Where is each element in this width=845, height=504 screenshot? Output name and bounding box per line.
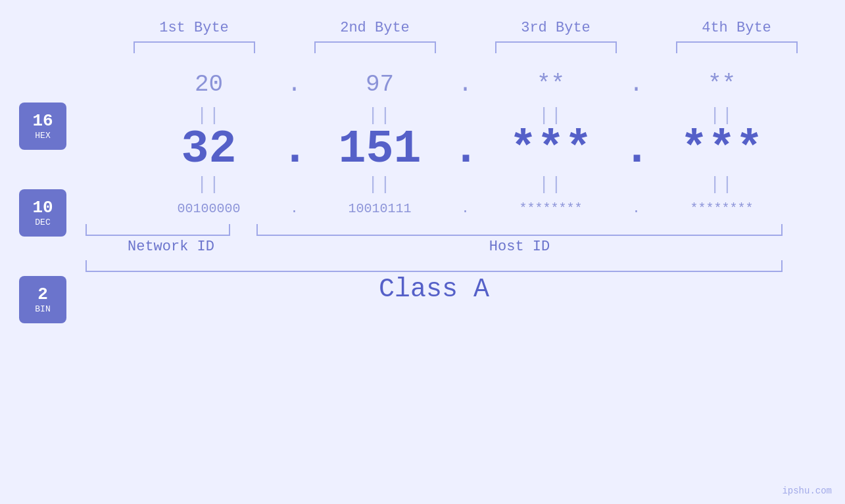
hex-b1: 20 [137,65,281,104]
bin-dot-2: . [452,196,479,221]
byte-header-4: 4th Byte [664,20,809,36]
class-bracket-row [85,260,783,272]
eq2-4: || [650,174,794,195]
byte-header-3: 3rd Byte [483,20,628,36]
dec-dot-2: . [452,127,479,173]
bottom-bracket-row [85,224,783,236]
top-bracket-3 [495,41,617,53]
class-label: Class A [85,275,783,304]
bin-dot-1: . [281,196,308,221]
class-bracket [85,260,783,272]
badge-dec-label: DEC [35,218,50,227]
host-id-bracket [256,224,783,236]
byte-header-2: 2nd Byte [302,20,447,36]
eq-4: || [650,105,794,126]
byte-header-1: 1st Byte [122,20,266,36]
bin-b4: ******** [650,196,794,221]
dec-data-row: 32 . 151 . *** . *** [85,127,845,173]
bin-b2: 10010111 [308,196,452,221]
hex-b4: ** [650,65,794,104]
top-bracket-row [104,41,827,53]
bin-b3: ******** [479,196,623,221]
bin-b1: 00100000 [137,196,281,221]
badge-dec: 10 DEC [19,189,66,237]
dec-dot-1: . [281,127,308,173]
eq2-2: || [308,174,452,195]
bin-dot-3: . [623,196,650,221]
equals-row-2: || || || || [85,174,845,195]
badge-bin-label: BIN [35,304,50,314]
id-labels-row: Network ID Host ID [85,239,783,255]
main-container: 1st Byte 2nd Byte 3rd Byte 4th Byte 16 H… [0,0,845,504]
badge-hex: 16 HEX [19,103,66,150]
equals-row-1: || || || || [85,105,845,126]
data-grid: 20 . 97 . ** . ** || || || || 32 [85,53,845,504]
content-area: 16 HEX 10 DEC 2 BIN 20 . 97 [0,53,845,504]
eq-2: || [308,105,452,126]
badge-dec-number: 10 [32,198,53,218]
badges-column: 16 HEX 10 DEC 2 BIN [0,53,85,504]
bin-data-row: 00100000 . 10010111 . ******** . *******… [85,196,845,221]
badge-bin-number: 2 [37,285,48,304]
byte-headers-row: 1st Byte 2nd Byte 3rd Byte 4th Byte [104,0,827,36]
dec-b4: *** [650,127,794,173]
watermark: ipshu.com [782,486,832,496]
eq2-1: || [137,174,281,195]
hex-dot-2: . [452,65,479,104]
hex-dot-3: . [623,65,650,104]
badge-hex-label: HEX [35,131,50,141]
dec-dot-3: . [623,127,650,173]
network-id-label: Network ID [85,239,256,255]
host-id-label: Host ID [256,239,783,255]
dec-b1: 32 [137,127,281,173]
badge-hex-number: 16 [32,112,53,131]
hex-dot-1: . [281,65,308,104]
net-id-bracket [85,224,230,236]
hex-data-row: 20 . 97 . ** . ** [85,65,845,104]
dec-b3: *** [479,127,623,173]
eq-1: || [137,105,281,126]
top-bracket-4 [676,41,798,53]
top-bracket-2 [314,41,436,53]
eq2-3: || [479,174,623,195]
hex-b2: 97 [308,65,452,104]
dec-b2: 151 [308,127,452,173]
top-bracket-1 [133,41,255,53]
hex-b3: ** [479,65,623,104]
eq-3: || [479,105,623,126]
badge-bin: 2 BIN [19,276,66,323]
